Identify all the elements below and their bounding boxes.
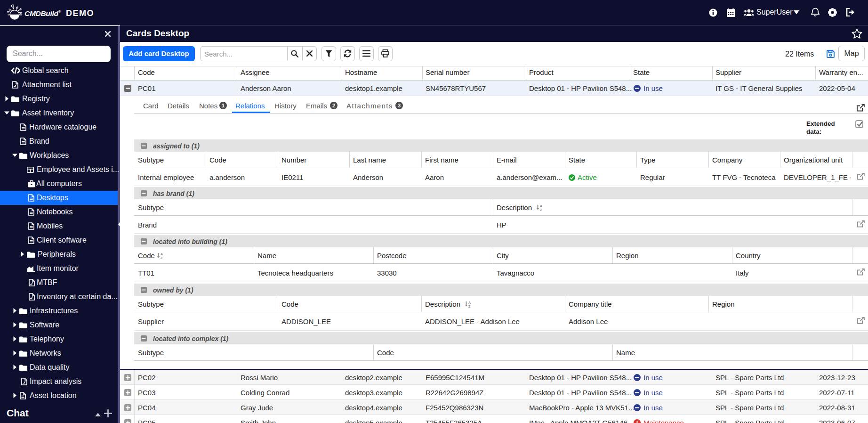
svg-text:Z: Z [468, 305, 471, 308]
svg-text:A: A [468, 301, 471, 304]
svg-text:A: A [540, 204, 542, 208]
svg-text:Z: Z [161, 256, 163, 259]
svg-text:A: A [161, 252, 163, 256]
svg-text:Z: Z [540, 208, 542, 211]
